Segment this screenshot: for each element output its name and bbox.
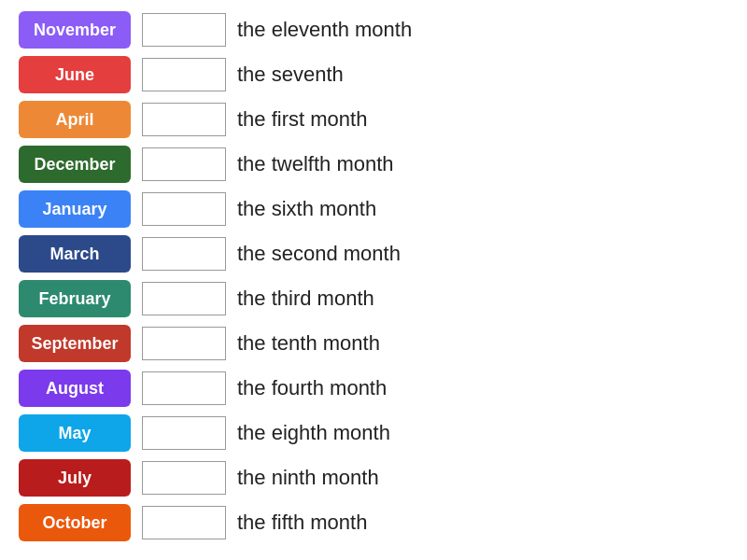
clue-text-5: the second month bbox=[237, 242, 401, 266]
month-label-august: August bbox=[19, 370, 131, 407]
answer-input-9[interactable] bbox=[142, 416, 226, 450]
clue-text-4: the sixth month bbox=[237, 197, 376, 221]
month-label-june: June bbox=[19, 56, 131, 93]
month-label-may: May bbox=[19, 414, 131, 452]
matching-row: Februarythe third month bbox=[19, 278, 728, 319]
matching-row: Julythe ninth month bbox=[19, 457, 728, 498]
clue-text-6: the third month bbox=[237, 287, 374, 311]
clue-text-8: the fourth month bbox=[237, 376, 387, 400]
clue-text-2: the first month bbox=[237, 107, 367, 132]
matching-row: Maythe eighth month bbox=[19, 413, 728, 454]
matching-row: Junethe seventh bbox=[19, 54, 728, 95]
month-label-december: December bbox=[19, 146, 131, 183]
month-label-november: November bbox=[19, 11, 131, 49]
answer-input-4[interactable] bbox=[142, 192, 226, 226]
clue-text-0: the eleventh month bbox=[237, 18, 412, 42]
month-label-february: February bbox=[19, 280, 131, 317]
answer-input-5[interactable] bbox=[142, 237, 226, 271]
matching-row: Marchthe second month bbox=[19, 233, 728, 274]
matching-row: Januarythe sixth month bbox=[19, 189, 728, 230]
month-label-october: October bbox=[19, 504, 131, 541]
clue-text-7: the tenth month bbox=[237, 331, 380, 356]
clue-text-10: the ninth month bbox=[237, 466, 379, 490]
matching-row: Octoberthe fifth month bbox=[19, 502, 728, 543]
answer-input-8[interactable] bbox=[142, 371, 226, 405]
matching-row: Septemberthe tenth month bbox=[19, 323, 728, 364]
matching-row: Novemberthe eleventh month bbox=[19, 9, 728, 50]
answer-input-0[interactable] bbox=[142, 13, 226, 47]
month-label-september: September bbox=[19, 325, 131, 362]
month-label-july: July bbox=[19, 459, 131, 497]
matching-exercise: Novemberthe eleventh monthJunethe sevent… bbox=[19, 9, 728, 543]
answer-input-7[interactable] bbox=[142, 327, 226, 360]
answer-input-10[interactable] bbox=[142, 461, 226, 495]
matching-row: Aprilthe first month bbox=[19, 99, 728, 140]
month-label-january: January bbox=[19, 190, 131, 228]
answer-input-1[interactable] bbox=[142, 58, 226, 91]
answer-input-11[interactable] bbox=[142, 506, 226, 539]
clue-text-3: the twelfth month bbox=[237, 152, 394, 176]
matching-row: Decemberthe twelfth month bbox=[19, 144, 728, 185]
answer-input-3[interactable] bbox=[142, 147, 226, 181]
month-label-april: April bbox=[19, 101, 131, 138]
clue-text-1: the seventh bbox=[237, 63, 344, 87]
clue-text-9: the eighth month bbox=[237, 421, 390, 445]
answer-input-6[interactable] bbox=[142, 282, 226, 315]
answer-input-2[interactable] bbox=[142, 103, 226, 136]
clue-text-11: the fifth month bbox=[237, 511, 367, 535]
month-label-march: March bbox=[19, 235, 131, 273]
matching-row: Augustthe fourth month bbox=[19, 368, 728, 409]
